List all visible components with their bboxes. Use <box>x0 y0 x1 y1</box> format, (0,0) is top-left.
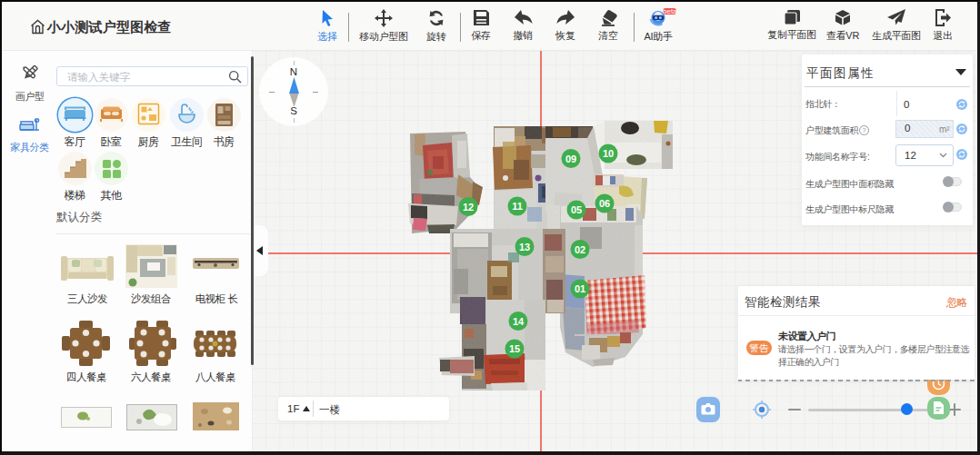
svg-text:13: 13 <box>519 242 530 252</box>
svg-text:06: 06 <box>599 198 610 209</box>
svg-text:15: 15 <box>509 343 520 354</box>
svg-text:11: 11 <box>512 201 523 212</box>
svg-text:05: 05 <box>571 204 582 215</box>
svg-text:14: 14 <box>513 316 525 327</box>
svg-text:01: 01 <box>575 283 585 294</box>
svg-text:10: 10 <box>603 148 614 159</box>
svg-text:12: 12 <box>463 202 474 213</box>
svg-text:09: 09 <box>565 153 576 164</box>
svg-text:02: 02 <box>575 244 585 255</box>
